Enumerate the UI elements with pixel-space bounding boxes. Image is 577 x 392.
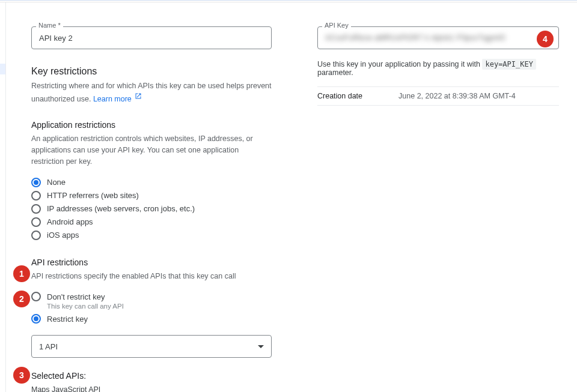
app-restrictions-desc: An application restriction controls whic… <box>31 133 272 167</box>
key-restrictions-desc: Restricting where and for which APIs thi… <box>31 80 272 104</box>
app-restriction-none[interactable]: None <box>31 176 272 189</box>
api-restrictions-heading: API restrictions <box>31 258 272 267</box>
api-key-helper: Use this key in your application by pass… <box>317 60 559 77</box>
radio-icon <box>31 292 41 301</box>
api-restriction-restrict[interactable]: Restrict key <box>31 312 272 325</box>
helper-code: key=API_KEY <box>482 59 536 70</box>
creation-value: June 2, 2022 at 8:39:38 AM GMT-4 <box>398 92 516 100</box>
name-field-wrap: Name API key 2 <box>31 26 272 49</box>
radio-label: iOS apps <box>47 231 79 240</box>
api-select[interactable]: 1 API <box>31 335 272 358</box>
api-key-box: ACxoFuRbcw aMRUsPlOR7 k dqlvb1 P3psvTqgm… <box>317 26 559 49</box>
radio-icon <box>31 178 41 187</box>
radio-label: Don't restrict key <box>47 292 105 301</box>
api-key-masked: ACxoFuRbcw aMRUsPlOR7 k dqlvb1 P3psvTqgm… <box>325 34 505 42</box>
content-area: Name API key 2 Key restrictions Restrict… <box>6 2 577 392</box>
page-layout: Name API key 2 Key restrictions Restrict… <box>0 2 577 392</box>
api-select-value: 1 API <box>39 342 58 351</box>
callout-2: 2 <box>13 291 30 307</box>
api-restriction-dont[interactable]: Don't restrict key <box>31 290 272 303</box>
external-link-icon <box>135 92 142 103</box>
sidebar-active-indicator <box>0 64 5 74</box>
helper-suffix: parameter. <box>317 68 353 77</box>
selected-apis-heading: Selected APIs: <box>31 371 272 381</box>
name-input-value: API key 2 <box>39 34 73 43</box>
radio-icon <box>31 191 41 201</box>
radio-icon <box>31 204 41 214</box>
api-key-field-wrap: API Key ACxoFuRbcw aMRUsPlOR7 k dqlvb1 P… <box>317 26 559 49</box>
app-restriction-ip[interactable]: IP addresses (web servers, cron jobs, et… <box>31 202 272 216</box>
api-restriction-dont-sub: This key can call any API <box>47 303 272 310</box>
right-column: API Key ACxoFuRbcw aMRUsPlOR7 k dqlvb1 P… <box>317 26 559 374</box>
name-input[interactable]: API key 2 <box>31 26 272 49</box>
helper-prefix: Use this key in your application by pass… <box>317 60 480 68</box>
key-restrictions-heading: Key restrictions <box>31 66 272 77</box>
radio-label: Restrict key <box>47 315 88 324</box>
callout-4: 4 <box>537 31 554 47</box>
creation-label: Creation date <box>317 92 362 100</box>
radio-icon <box>31 314 41 324</box>
api-restrictions-desc: API restrictions specify the enabled API… <box>31 271 272 282</box>
app-restrictions-radio-group: None HTTP referrers (web sites) IP addre… <box>31 176 272 242</box>
radio-icon <box>31 217 41 227</box>
left-column: Name API key 2 Key restrictions Restrict… <box>31 26 272 374</box>
radio-label: HTTP referrers (web sites) <box>47 191 139 200</box>
app-restriction-ios[interactable]: iOS apps <box>31 229 272 242</box>
callout-1: 1 <box>13 265 30 282</box>
api-key-label: API Key <box>322 22 351 29</box>
chevron-down-icon <box>258 345 264 348</box>
callout-3: 3 <box>13 367 30 384</box>
radio-label: None <box>47 178 66 187</box>
sidebar <box>0 2 6 392</box>
key-restrictions-desc-text: Restricting where and for which APIs thi… <box>31 82 272 103</box>
radio-label: Android apps <box>47 217 93 226</box>
radio-icon <box>31 231 41 240</box>
name-field-label: Name <box>36 22 63 29</box>
app-restrictions-heading: Application restrictions <box>31 120 272 130</box>
api-restrictions-radio-group: Don't restrict key This key can call any… <box>31 290 272 325</box>
radio-label: IP addresses (web servers, cron jobs, et… <box>47 204 195 213</box>
app-restriction-android[interactable]: Android apps <box>31 216 272 229</box>
learn-more-link[interactable]: Learn more <box>93 95 132 103</box>
app-restriction-http[interactable]: HTTP referrers (web sites) <box>31 189 272 202</box>
creation-row: Creation date June 2, 2022 at 8:39:38 AM… <box>317 86 559 106</box>
selected-api-item: Maps JavaScript API <box>31 384 272 392</box>
